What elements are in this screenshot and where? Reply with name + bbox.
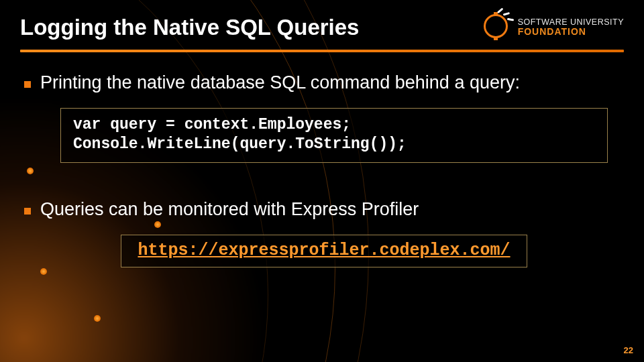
square-bullet-icon	[24, 81, 31, 88]
slide-title: Logging the Native SQL Queries	[20, 15, 480, 40]
title-underline	[20, 50, 624, 52]
slide: Logging the Native SQL Queries SOFTWARE …	[0, 0, 644, 362]
logo: SOFTWARE UNIVERSITY FOUNDATION	[480, 12, 624, 43]
square-bullet-icon	[24, 208, 31, 215]
bullet-item: Queries can be monitored with Express Pr…	[24, 199, 624, 220]
page-number: 22	[624, 345, 633, 355]
profiler-link[interactable]: https://expressprofiler.codeplex.com/	[121, 235, 527, 267]
lightbulb-gear-icon	[480, 12, 511, 43]
bullet-text: Printing the native database SQL command…	[40, 72, 520, 93]
bullet-item: Printing the native database SQL command…	[24, 72, 624, 93]
bullet-text: Queries can be monitored with Express Pr…	[40, 199, 419, 220]
logo-line-2: FOUNDATION	[518, 27, 624, 37]
code-block: var query = context.Employees; Console.W…	[60, 108, 608, 163]
